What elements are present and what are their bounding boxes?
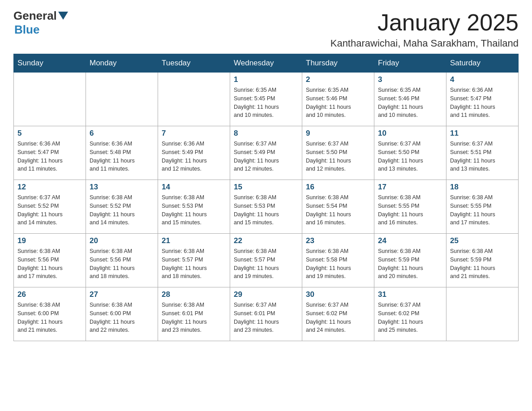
day-info: Sunrise: 6:35 AMSunset: 5:46 PMDaylight:…: [306, 86, 370, 120]
calendar-cell: 29Sunrise: 6:37 AMSunset: 6:01 PMDayligh…: [230, 287, 302, 341]
day-number: 25: [450, 236, 515, 245]
day-info: Sunrise: 6:38 AMSunset: 5:59 PMDaylight:…: [378, 247, 442, 281]
calendar-header-sunday: Sunday: [14, 54, 86, 73]
calendar-cell: 26Sunrise: 6:38 AMSunset: 6:00 PMDayligh…: [14, 287, 86, 341]
day-number: 16: [306, 183, 370, 192]
day-number: 28: [162, 290, 226, 299]
day-info: Sunrise: 6:35 AMSunset: 5:45 PMDaylight:…: [234, 86, 298, 120]
day-number: 3: [378, 75, 442, 84]
day-info: Sunrise: 6:38 AMSunset: 5:54 PMDaylight:…: [306, 193, 370, 227]
day-info: Sunrise: 6:38 AMSunset: 5:55 PMDaylight:…: [450, 193, 515, 227]
day-info: Sunrise: 6:38 AMSunset: 5:55 PMDaylight:…: [378, 193, 442, 227]
day-info: Sunrise: 6:37 AMSunset: 5:52 PMDaylight:…: [17, 193, 82, 227]
day-info: Sunrise: 6:36 AMSunset: 5:47 PMDaylight:…: [17, 140, 82, 173]
day-number: 26: [17, 290, 82, 299]
calendar-header-row: SundayMondayTuesdayWednesdayThursdayFrid…: [14, 54, 519, 73]
calendar-cell: 11Sunrise: 6:37 AMSunset: 5:51 PMDayligh…: [446, 126, 519, 180]
calendar-cell: [14, 73, 86, 126]
location-title: Kantharawichai, Maha Sarakham, Thailand: [330, 38, 519, 49]
day-number: 30: [306, 290, 370, 299]
day-number: 19: [17, 236, 82, 245]
day-number: 21: [162, 236, 226, 245]
day-info: Sunrise: 6:37 AMSunset: 5:51 PMDaylight:…: [450, 140, 515, 173]
day-info: Sunrise: 6:37 AMSunset: 6:02 PMDaylight:…: [378, 301, 442, 334]
calendar-cell: 15Sunrise: 6:38 AMSunset: 5:53 PMDayligh…: [230, 180, 302, 234]
day-number: 11: [450, 129, 515, 138]
calendar-cell: 2Sunrise: 6:35 AMSunset: 5:46 PMDaylight…: [302, 73, 374, 126]
day-info: Sunrise: 6:38 AMSunset: 5:52 PMDaylight:…: [90, 193, 154, 227]
calendar-cell: 19Sunrise: 6:38 AMSunset: 5:56 PMDayligh…: [14, 234, 86, 287]
day-info: Sunrise: 6:38 AMSunset: 6:00 PMDaylight:…: [17, 301, 82, 334]
calendar-cell: [446, 287, 519, 341]
calendar-cell: 7Sunrise: 6:36 AMSunset: 5:49 PMDaylight…: [158, 126, 230, 180]
day-number: 22: [234, 236, 298, 245]
calendar-cell: 24Sunrise: 6:38 AMSunset: 5:59 PMDayligh…: [374, 234, 446, 287]
day-info: Sunrise: 6:38 AMSunset: 5:53 PMDaylight:…: [162, 193, 226, 227]
calendar-cell: 30Sunrise: 6:37 AMSunset: 6:02 PMDayligh…: [302, 287, 374, 341]
day-number: 17: [378, 183, 442, 192]
day-number: 6: [90, 129, 154, 138]
day-number: 4: [450, 75, 515, 84]
calendar-cell: 14Sunrise: 6:38 AMSunset: 5:53 PMDayligh…: [158, 180, 230, 234]
day-number: 27: [90, 290, 154, 299]
calendar-header-monday: Monday: [86, 54, 158, 73]
calendar-header-tuesday: Tuesday: [158, 54, 230, 73]
day-number: 14: [162, 183, 226, 192]
calendar-cell: 22Sunrise: 6:38 AMSunset: 5:57 PMDayligh…: [230, 234, 302, 287]
day-info: Sunrise: 6:36 AMSunset: 5:48 PMDaylight:…: [90, 140, 154, 173]
calendar-table: SundayMondayTuesdayWednesdayThursdayFrid…: [13, 54, 519, 341]
calendar-cell: 20Sunrise: 6:38 AMSunset: 5:56 PMDayligh…: [86, 234, 158, 287]
day-info: Sunrise: 6:36 AMSunset: 5:47 PMDaylight:…: [450, 86, 515, 120]
day-info: Sunrise: 6:38 AMSunset: 5:56 PMDaylight:…: [90, 247, 154, 281]
calendar-cell: 27Sunrise: 6:38 AMSunset: 6:00 PMDayligh…: [86, 287, 158, 341]
day-info: Sunrise: 6:38 AMSunset: 6:00 PMDaylight:…: [90, 301, 154, 334]
logo: General Blue: [13, 9, 68, 37]
day-info: Sunrise: 6:35 AMSunset: 5:46 PMDaylight:…: [378, 86, 442, 120]
calendar-cell: 18Sunrise: 6:38 AMSunset: 5:55 PMDayligh…: [446, 180, 519, 234]
day-number: 24: [378, 236, 442, 245]
day-info: Sunrise: 6:36 AMSunset: 5:49 PMDaylight:…: [162, 140, 226, 173]
calendar-cell: 10Sunrise: 6:37 AMSunset: 5:50 PMDayligh…: [374, 126, 446, 180]
calendar-cell: 3Sunrise: 6:35 AMSunset: 5:46 PMDaylight…: [374, 73, 446, 126]
calendar-cell: 17Sunrise: 6:38 AMSunset: 5:55 PMDayligh…: [374, 180, 446, 234]
day-number: 7: [162, 129, 226, 138]
calendar-cell: 21Sunrise: 6:38 AMSunset: 5:57 PMDayligh…: [158, 234, 230, 287]
day-info: Sunrise: 6:37 AMSunset: 6:01 PMDaylight:…: [234, 301, 298, 334]
calendar-cell: 13Sunrise: 6:38 AMSunset: 5:52 PMDayligh…: [86, 180, 158, 234]
calendar-cell: 16Sunrise: 6:38 AMSunset: 5:54 PMDayligh…: [302, 180, 374, 234]
day-number: 10: [378, 129, 442, 138]
day-number: 18: [450, 183, 515, 192]
calendar-cell: 25Sunrise: 6:38 AMSunset: 5:59 PMDayligh…: [446, 234, 519, 287]
calendar-week-1: 1Sunrise: 6:35 AMSunset: 5:45 PMDaylight…: [14, 73, 519, 126]
month-title: January 2025: [330, 9, 519, 36]
day-number: 8: [234, 129, 298, 138]
logo-general-text: General: [13, 9, 57, 23]
title-section: January 2025 Kantharawichai, Maha Sarakh…: [330, 9, 519, 49]
calendar-header-saturday: Saturday: [446, 54, 519, 73]
calendar-cell: [158, 73, 230, 126]
day-info: Sunrise: 6:38 AMSunset: 5:56 PMDaylight:…: [17, 247, 82, 281]
day-info: Sunrise: 6:37 AMSunset: 6:02 PMDaylight:…: [306, 301, 370, 334]
day-number: 31: [378, 290, 442, 299]
day-number: 23: [306, 236, 370, 245]
day-info: Sunrise: 6:37 AMSunset: 5:50 PMDaylight:…: [306, 140, 370, 173]
calendar-cell: 31Sunrise: 6:37 AMSunset: 6:02 PMDayligh…: [374, 287, 446, 341]
logo-blue-text: Blue: [14, 23, 39, 37]
svg-marker-0: [58, 12, 68, 20]
day-number: 13: [90, 183, 154, 192]
calendar-cell: 28Sunrise: 6:38 AMSunset: 6:01 PMDayligh…: [158, 287, 230, 341]
calendar-cell: 1Sunrise: 6:35 AMSunset: 5:45 PMDaylight…: [230, 73, 302, 126]
day-info: Sunrise: 6:37 AMSunset: 5:49 PMDaylight:…: [234, 140, 298, 173]
calendar-cell: 9Sunrise: 6:37 AMSunset: 5:50 PMDaylight…: [302, 126, 374, 180]
day-info: Sunrise: 6:38 AMSunset: 5:59 PMDaylight:…: [450, 247, 515, 281]
day-number: 9: [306, 129, 370, 138]
day-info: Sunrise: 6:38 AMSunset: 6:01 PMDaylight:…: [162, 301, 226, 334]
calendar-week-3: 12Sunrise: 6:37 AMSunset: 5:52 PMDayligh…: [14, 180, 519, 234]
day-number: 12: [17, 183, 82, 192]
calendar-week-4: 19Sunrise: 6:38 AMSunset: 5:56 PMDayligh…: [14, 234, 519, 287]
day-number: 5: [17, 129, 82, 138]
day-number: 15: [234, 183, 298, 192]
calendar-cell: 23Sunrise: 6:38 AMSunset: 5:58 PMDayligh…: [302, 234, 374, 287]
calendar-cell: 8Sunrise: 6:37 AMSunset: 5:49 PMDaylight…: [230, 126, 302, 180]
calendar-header-thursday: Thursday: [302, 54, 374, 73]
